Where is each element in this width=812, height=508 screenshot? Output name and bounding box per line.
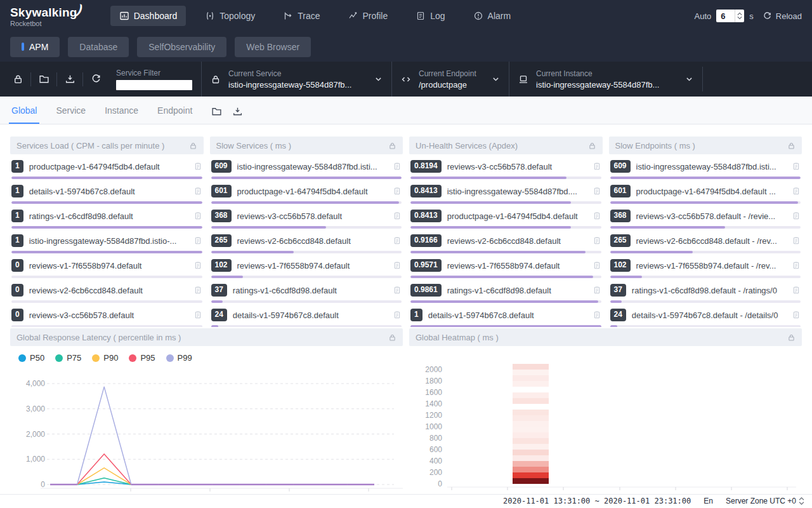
list-item[interactable]: 0 reviews-v1-7f6558b974.default <box>11 258 202 278</box>
dashboard-type-tab[interactable]: Web Browser <box>235 37 311 57</box>
copy-icon[interactable] <box>792 162 801 171</box>
copy-icon[interactable] <box>193 286 202 295</box>
refresh-services-button[interactable] <box>83 74 108 84</box>
list-item[interactable]: 1 istio-ingressgateway-5584d87fbd.istio-… <box>11 234 202 253</box>
lock-icon[interactable] <box>787 333 796 342</box>
dashboard-type-tab[interactable]: Database <box>68 37 129 57</box>
copy-icon[interactable] <box>792 187 801 196</box>
nav-item[interactable]: Log <box>407 6 454 26</box>
list-item[interactable]: 1 productpage-v1-64794f5db4.default <box>11 159 202 179</box>
copy-icon[interactable] <box>393 286 402 295</box>
latency-line-chart[interactable]: 01,0002,0003,0004,000 <box>10 364 403 492</box>
list-item[interactable]: 265 reviews-v2-6cb6ccd848.default - /rev… <box>610 234 801 253</box>
legend-item[interactable]: P99 <box>166 353 192 363</box>
lock-icon[interactable] <box>388 333 396 342</box>
list-item[interactable]: 0 reviews-v2-6cb6ccd848.default <box>11 283 202 303</box>
list-item[interactable]: 368 reviews-v3-cc56b578.default <box>211 209 402 229</box>
list-item[interactable]: 1 details-v1-5974b67c8.default <box>11 184 202 204</box>
copy-icon[interactable] <box>193 261 202 270</box>
scope-tab[interactable]: Instance <box>105 105 138 124</box>
copy-icon[interactable] <box>792 286 801 295</box>
copy-icon[interactable] <box>593 211 601 220</box>
copy-icon[interactable] <box>393 311 402 319</box>
list-item[interactable]: 601 productpage-v1-64794f5db4.default ..… <box>610 184 801 204</box>
download-icon[interactable] <box>232 106 243 117</box>
context-selector[interactable]: Current Endpoint /productpage <box>391 62 509 97</box>
copy-icon[interactable] <box>593 236 601 245</box>
scope-tab[interactable]: Global <box>11 105 37 124</box>
legend-item[interactable]: P90 <box>92 353 118 363</box>
import-templates-button[interactable] <box>31 74 56 84</box>
list-item[interactable]: 368 reviews-v3-cc56b578.default - /revie… <box>610 209 801 229</box>
nav-item[interactable]: Topology <box>196 6 264 26</box>
nav-item[interactable]: Alarm <box>464 6 520 26</box>
server-zone-control[interactable]: Server Zone UTC +0 <box>726 497 804 505</box>
copy-icon[interactable] <box>593 311 601 319</box>
language-selector[interactable]: En <box>704 497 713 505</box>
app-logo[interactable]: Skywalking) Rocketbot <box>10 5 81 27</box>
reload-button[interactable]: Reload <box>763 11 802 21</box>
lock-icon[interactable] <box>388 142 396 150</box>
scope-tab[interactable]: Service <box>56 105 86 124</box>
copy-icon[interactable] <box>193 162 202 171</box>
list-item[interactable]: 0.9861 ratings-v1-c6cdf8d98.default <box>410 283 601 303</box>
legend-item[interactable]: P75 <box>55 353 81 363</box>
legend-item[interactable]: P50 <box>18 353 44 363</box>
folder-icon[interactable] <box>211 106 222 117</box>
copy-icon[interactable] <box>593 162 601 171</box>
copy-icon[interactable] <box>393 261 402 270</box>
context-selector[interactable]: Current Service istio-ingressgateway-558… <box>201 62 391 97</box>
list-item[interactable]: 0.8413 istio-ingressgateway-5584d87fbd..… <box>410 184 601 204</box>
number-spinner[interactable] <box>735 10 744 22</box>
list-item[interactable]: 37 ratings-v1-c6cdf8d98.default - /ratin… <box>610 283 801 303</box>
legend-item[interactable]: P95 <box>129 353 155 363</box>
export-templates-button[interactable] <box>57 74 82 84</box>
context-selector[interactable]: Current Instance istio-ingressgateway-55… <box>509 62 702 97</box>
list-item[interactable]: 0.9571 reviews-v1-7f6558b974.default <box>410 258 601 278</box>
copy-icon[interactable] <box>792 311 801 319</box>
heatmap-chart[interactable]: 0200400600800100012001400160018002000 <box>409 346 801 492</box>
list-item[interactable]: 0.9166 reviews-v2-6cb6ccd848.default <box>410 234 601 253</box>
copy-icon[interactable] <box>393 211 402 220</box>
lock-icon[interactable] <box>787 142 796 150</box>
lock-icon[interactable] <box>189 142 197 150</box>
list-item[interactable]: 37 ratings-v1-c6cdf8d98.default <box>211 283 402 303</box>
lock-templates-button[interactable] <box>5 74 30 84</box>
copy-icon[interactable] <box>792 236 801 245</box>
copy-icon[interactable] <box>393 162 402 171</box>
dashboard-type-tab[interactable]: SelfObservability <box>137 37 226 57</box>
copy-icon[interactable] <box>593 261 601 270</box>
copy-icon[interactable] <box>393 236 402 245</box>
copy-icon[interactable] <box>792 261 801 270</box>
list-item[interactable]: 265 reviews-v2-6cb6ccd848.default <box>211 234 402 253</box>
copy-icon[interactable] <box>393 187 402 196</box>
list-item[interactable]: 102 reviews-v1-7f6558b974.default <box>211 258 402 278</box>
list-item[interactable]: 0.8194 reviews-v3-cc56b578.default <box>410 159 601 179</box>
auto-interval-input[interactable]: 6 <box>716 10 744 22</box>
time-range[interactable]: 2020-11-01 13:31:00 ~ 2020-11-01 23:31:0… <box>503 497 691 505</box>
dashboard-type-tab[interactable]: APM <box>10 37 60 57</box>
copy-icon[interactable] <box>792 211 801 220</box>
list-item[interactable]: 609 istio-ingressgateway-5584d87fbd.isti… <box>610 159 801 179</box>
list-item[interactable]: 609 istio-ingressgateway-5584d87fbd.isti… <box>211 159 402 179</box>
service-filter-input[interactable] <box>116 80 192 90</box>
list-item[interactable]: 1 ratings-v1-c6cdf8d98.default <box>11 209 202 229</box>
nav-item[interactable]: Trace <box>274 6 329 26</box>
list-item[interactable]: 0.8413 productpage-v1-64794f5db4.default <box>410 209 601 229</box>
list-item[interactable]: 601 productpage-v1-64794f5db4.default <box>211 184 402 204</box>
list-item[interactable]: 0 reviews-v3-cc56b578.default <box>11 308 202 327</box>
copy-icon[interactable] <box>193 187 202 196</box>
nav-item[interactable]: Dashboard <box>110 6 187 26</box>
lock-icon[interactable] <box>588 142 596 150</box>
nav-item[interactable]: Profile <box>339 6 397 26</box>
list-item[interactable]: 24 details-v1-5974b67c8.default - /detai… <box>610 308 801 327</box>
copy-icon[interactable] <box>193 311 202 319</box>
scope-tab[interactable]: Endpoint <box>157 105 192 124</box>
copy-icon[interactable] <box>593 187 601 196</box>
list-item[interactable]: 102 reviews-v1-7f6558b974.default - /rev… <box>610 258 801 278</box>
copy-icon[interactable] <box>593 286 601 295</box>
list-item[interactable]: 1 details-v1-5974b67c8.default <box>410 308 601 327</box>
copy-icon[interactable] <box>193 236 202 245</box>
copy-icon[interactable] <box>193 211 202 220</box>
list-item[interactable]: 24 details-v1-5974b67c8.default <box>211 308 402 327</box>
